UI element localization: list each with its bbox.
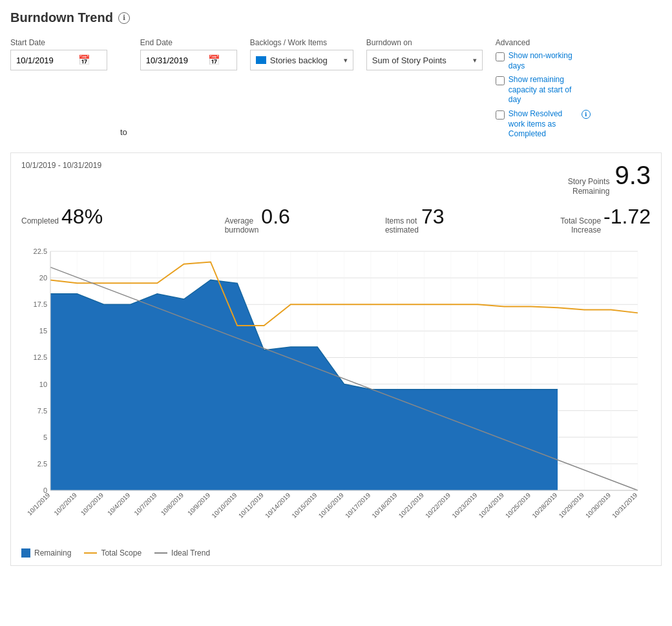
total-scope-metric: Total ScopeIncrease -1.72: [494, 205, 651, 235]
chart-area: [21, 245, 651, 542]
show-resolved-label[interactable]: Show Resolved work items as Completed: [509, 109, 580, 140]
metrics-row: Completed 48% Averageburndown 0.6 Items …: [21, 205, 651, 235]
checkbox-row-2: Show remaining capacity at start of day: [496, 75, 591, 105]
backlogs-value: Stories backlog: [270, 56, 340, 65]
page-title-section: Burndown Trend ℹ: [10, 10, 662, 25]
start-date-group: Start Date 📅: [10, 38, 107, 70]
legend-ideal-trend: Ideal Trend: [154, 548, 210, 558]
chart-header: 10/1/2019 - 10/31/2019 Story PointsRemai…: [21, 161, 651, 197]
checkbox-row-1: Show non-working days: [496, 51, 591, 71]
total-scope-value: -1.72: [604, 205, 651, 229]
end-date-group: End Date 📅: [140, 38, 237, 70]
total-scope-label: Total ScopeIncrease: [560, 216, 601, 235]
title-info-icon[interactable]: ℹ: [118, 12, 130, 24]
burndown-dropdown[interactable]: Sum of Story Points ▾: [366, 50, 483, 70]
chart-container: 10/1/2019 - 10/31/2019 Story PointsRemai…: [10, 152, 662, 566]
burndown-chart-canvas: [21, 245, 651, 542]
start-date-input[interactable]: [16, 56, 74, 65]
burndown-chevron-icon: ▾: [473, 56, 477, 65]
start-date-label: Start Date: [10, 38, 107, 47]
checkbox-row-3: Show Resolved work items as Completed ℹ: [496, 109, 591, 140]
completed-metric: Completed 48%: [21, 205, 179, 229]
burndown-label: Burndown on: [366, 38, 483, 47]
end-date-calendar-icon[interactable]: 📅: [208, 54, 220, 66]
burndown-value: Sum of Story Points: [372, 56, 469, 65]
show-remaining-capacity-checkbox[interactable]: [496, 76, 505, 85]
items-not-estimated-metric: Items notestimated 73: [336, 205, 494, 235]
items-not-estimated-value: 73: [421, 205, 445, 229]
advanced-label: Advanced: [496, 38, 591, 47]
avg-burndown-metric: Averageburndown 0.6: [179, 205, 337, 235]
backlog-icon: [256, 56, 266, 64]
story-points-label: Story PointsRemaining: [568, 177, 610, 197]
legend-ideal-trend-swatch: [154, 552, 167, 554]
page-title: Burndown Trend: [10, 10, 113, 25]
show-resolved-label-wrap: Show Resolved work items as Completed ℹ: [509, 109, 591, 140]
resolved-info-icon[interactable]: ℹ: [582, 110, 591, 119]
backlogs-dropdown[interactable]: Stories backlog ▾: [250, 50, 353, 70]
end-date-label: End Date: [140, 38, 237, 47]
chart-date-range: 10/1/2019 - 10/31/2019: [21, 161, 101, 170]
end-date-input[interactable]: [146, 56, 204, 65]
completed-value: 48%: [61, 205, 103, 229]
controls-bar: Start Date 📅 to End Date 📅 Backlogs / Wo…: [10, 38, 662, 142]
legend-total-scope-label: Total Scope: [101, 548, 142, 558]
avg-burndown-label: Averageburndown: [225, 216, 259, 235]
completed-label: Completed: [21, 216, 59, 225]
to-label: to: [120, 127, 127, 142]
backlogs-chevron-icon: ▾: [344, 56, 348, 65]
items-not-estimated-label: Items notestimated: [385, 216, 419, 235]
story-points-value: 9.3: [614, 161, 651, 190]
advanced-group: Advanced Show non-working days Show rema…: [496, 38, 591, 142]
legend-total-scope-swatch: [84, 552, 97, 554]
start-date-input-wrap[interactable]: 📅: [10, 50, 107, 70]
legend-remaining: Remaining: [21, 548, 71, 558]
legend-total-scope: Total Scope: [84, 548, 142, 558]
end-date-input-wrap[interactable]: 📅: [140, 50, 237, 70]
chart-legend: Remaining Total Scope Ideal Trend: [21, 548, 651, 558]
show-remaining-capacity-label[interactable]: Show remaining capacity at start of day: [509, 75, 580, 105]
backlogs-label: Backlogs / Work Items: [250, 38, 353, 47]
legend-ideal-trend-label: Ideal Trend: [171, 548, 210, 558]
legend-remaining-swatch: [21, 548, 30, 558]
show-resolved-checkbox[interactable]: [496, 110, 505, 120]
story-points-remaining: Story PointsRemaining 9.3: [568, 161, 651, 197]
show-non-working-days-checkbox[interactable]: [496, 52, 505, 61]
show-non-working-days-label[interactable]: Show non-working days: [509, 51, 580, 71]
burndown-group: Burndown on Sum of Story Points ▾: [366, 38, 483, 70]
backlogs-group: Backlogs / Work Items Stories backlog ▾: [250, 38, 353, 70]
avg-burndown-value: 0.6: [261, 205, 289, 229]
start-date-calendar-icon[interactable]: 📅: [78, 54, 90, 66]
legend-remaining-label: Remaining: [34, 548, 71, 558]
